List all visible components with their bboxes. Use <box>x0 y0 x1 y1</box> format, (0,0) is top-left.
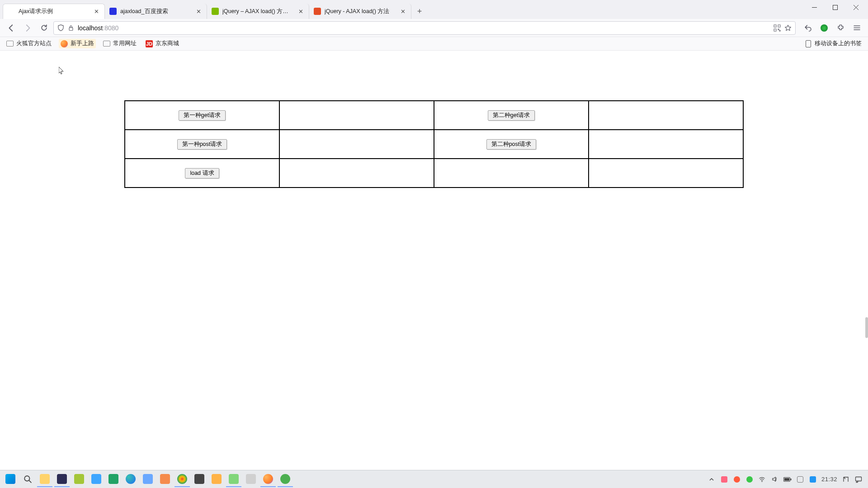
w3c-icon <box>314 8 321 15</box>
ide-icon[interactable] <box>54 472 70 487</box>
extension-icon[interactable] <box>817 21 831 35</box>
wifi-icon[interactable] <box>758 475 766 483</box>
svg-rect-4 <box>774 29 776 31</box>
svg-rect-1 <box>69 28 73 30</box>
baidu-icon <box>109 8 117 15</box>
bookmark-item-0[interactable]: 火狐官方站点 <box>5 39 53 48</box>
load-request-button[interactable]: load 请求 <box>185 168 219 178</box>
bookmark-label: 火狐官方站点 <box>16 40 52 47</box>
runoob-icon <box>212 8 219 15</box>
chrome-icon[interactable] <box>175 472 190 487</box>
scrollbar-thumb[interactable] <box>865 317 868 338</box>
bookmark-label: 移动设备上的书签 <box>815 40 862 47</box>
tab-2[interactable]: jQuery – AJAX load() 方法 | 菜 ✕ <box>207 4 309 19</box>
bookmarks-bar: 火狐官方站点 新手上路 常用网址 JD 京东商城 移动设备上的书签 <box>0 37 868 51</box>
search-button[interactable] <box>20 472 35 487</box>
table-row: 第一种get请求 第二种get请求 <box>125 101 743 130</box>
battery-icon[interactable] <box>783 475 792 483</box>
window-close-button[interactable] <box>845 0 866 14</box>
svg-rect-11 <box>784 478 789 481</box>
tray-app-4-icon[interactable] <box>796 475 804 483</box>
result-cell <box>589 101 743 130</box>
result-cell <box>279 130 434 159</box>
url-host: localhost <box>78 24 103 32</box>
svg-rect-0 <box>833 5 837 9</box>
extensions-button[interactable] <box>834 21 847 35</box>
app-d-icon[interactable] <box>192 472 207 487</box>
app-menu-button[interactable] <box>850 21 863 35</box>
edge-icon[interactable] <box>123 472 138 487</box>
svg-rect-6 <box>779 30 780 31</box>
get-type1-button[interactable]: 第一种get请求 <box>179 110 226 121</box>
tray-app-2-icon[interactable] <box>733 475 741 483</box>
bookmark-item-2[interactable]: 常用网址 <box>101 39 138 48</box>
file-explorer-icon[interactable] <box>37 472 52 487</box>
tab-3[interactable]: jQuery - AJAX load() 方法 ✕ <box>309 4 411 19</box>
firefox-icon <box>61 40 68 47</box>
navigation-toolbar: localhost:8080 <box>0 19 868 37</box>
app-a-icon[interactable] <box>140 472 156 487</box>
table-row: load 请求 <box>125 159 743 188</box>
table-row: 第一种post请求 第二种post请求 <box>125 130 743 159</box>
url-bar[interactable]: localhost:8080 <box>53 21 796 35</box>
tracking-shield-icon[interactable] <box>57 24 64 31</box>
tab-close-icon[interactable]: ✕ <box>399 8 406 15</box>
svg-rect-10 <box>790 479 791 480</box>
tray-app-3-icon[interactable] <box>745 475 754 483</box>
bookmark-label: 常用网址 <box>113 40 137 47</box>
bookmark-star-icon[interactable] <box>784 24 792 32</box>
volume-icon[interactable] <box>771 475 779 483</box>
app-e-icon[interactable] <box>209 472 224 487</box>
result-cell <box>279 159 434 188</box>
svg-rect-5 <box>778 29 779 30</box>
start-button[interactable] <box>3 472 18 487</box>
undo-close-tab-icon[interactable] <box>801 21 815 35</box>
firefox-window: Ajax请求示例 ✕ ajaxload_百度搜索 ✕ jQuery – AJAX… <box>0 0 868 488</box>
bookmark-label: 新手上路 <box>71 40 94 47</box>
clock[interactable]: 21:32 <box>821 476 837 483</box>
post-type1-button[interactable]: 第一种post请求 <box>177 139 227 150</box>
toolbar-right <box>801 21 863 35</box>
tab-strip: Ajax请求示例 ✕ ajaxload_百度搜索 ✕ jQuery – AJAX… <box>0 0 868 19</box>
empty-cell <box>434 159 589 188</box>
get-type2-button[interactable]: 第二种get请求 <box>488 110 535 121</box>
result-cell <box>589 130 743 159</box>
tray-app-5-icon[interactable] <box>809 475 817 483</box>
app-g-icon[interactable] <box>243 472 259 487</box>
tab-close-icon[interactable]: ✕ <box>297 8 304 15</box>
back-button[interactable] <box>5 21 18 35</box>
svg-rect-12 <box>856 477 862 481</box>
action-center-icon[interactable] <box>854 475 863 483</box>
app-b-icon[interactable] <box>157 472 173 487</box>
bookmark-item-3[interactable]: JD 京东商城 <box>144 39 181 48</box>
window-minimize-button[interactable] <box>804 0 825 14</box>
app-h-icon[interactable] <box>278 472 293 487</box>
forward-button[interactable] <box>21 21 34 35</box>
page-icon <box>8 8 15 15</box>
tab-0[interactable]: Ajax请求示例 ✕ <box>3 4 105 19</box>
tab-1[interactable]: ajaxload_百度搜索 ✕ <box>105 4 207 19</box>
mobile-bookmarks-icon <box>805 40 812 47</box>
tab-title: jQuery - AJAX load() 方法 <box>325 8 396 15</box>
pictures-icon[interactable] <box>89 472 104 487</box>
new-tab-button[interactable]: + <box>413 5 426 18</box>
tray-chevron-icon[interactable] <box>708 475 716 483</box>
tray-app-6-icon[interactable] <box>842 475 850 483</box>
window-maximize-button[interactable] <box>825 0 845 14</box>
android-icon[interactable] <box>71 472 87 487</box>
lock-icon[interactable] <box>68 25 74 31</box>
bookmark-overflow[interactable]: 移动设备上的书签 <box>803 39 863 48</box>
post-type2-button[interactable]: 第二种post请求 <box>486 139 537 150</box>
hbuilder-icon[interactable] <box>106 472 121 487</box>
tab-close-icon[interactable]: ✕ <box>195 8 202 15</box>
firefox-taskbar-icon[interactable] <box>260 472 276 487</box>
tray-app-1-icon[interactable] <box>720 475 728 483</box>
system-tray: 21:32 <box>708 475 865 483</box>
reload-button[interactable] <box>37 21 51 35</box>
page-viewport: 第一种get请求 第二种get请求 第一种post请求 第二种post请求 lo… <box>0 51 868 470</box>
qr-icon[interactable] <box>774 24 781 32</box>
tab-title: jQuery – AJAX load() 方法 | 菜 <box>222 8 293 15</box>
tab-close-icon[interactable]: ✕ <box>93 8 100 15</box>
bookmark-item-1[interactable]: 新手上路 <box>59 39 96 48</box>
app-f-icon[interactable] <box>226 472 241 487</box>
